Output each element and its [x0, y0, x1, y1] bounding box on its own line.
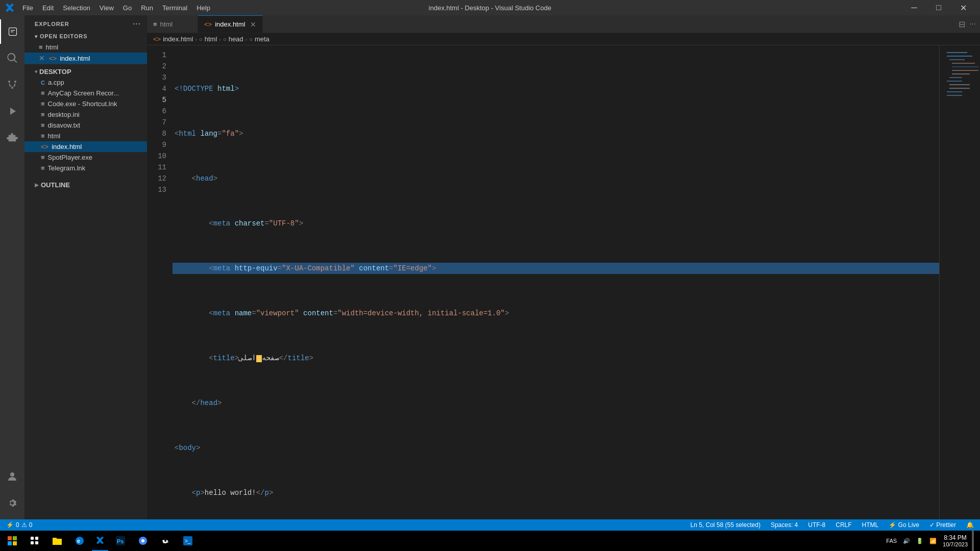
open-editors-header[interactable]: ▾ OPEN EDITORS — [24, 31, 147, 42]
taskbar-edge[interactable]: e — [69, 531, 90, 551]
taskbar-chrome[interactable] — [133, 531, 153, 551]
menu-run[interactable]: Run — [137, 3, 157, 13]
start-button[interactable] — [2, 531, 22, 551]
minimize-button[interactable]: ─ — [902, 0, 926, 15]
line-num-11: 11 — [147, 162, 166, 173]
status-encoding[interactable]: UTF-8 — [806, 521, 827, 529]
disavow-icon: ≡ — [41, 121, 45, 129]
desktop-chevron-icon: ▾ — [35, 69, 37, 74]
file-desktop-ini[interactable]: ≡ desktop.ini — [24, 109, 147, 120]
activity-extensions[interactable] — [0, 126, 24, 150]
activity-source-control[interactable] — [0, 72, 24, 97]
tab-html[interactable]: ≡ html — [147, 15, 198, 33]
activity-explorer[interactable] — [0, 19, 24, 44]
taskbar-terminal[interactable]: >_ — [178, 531, 198, 551]
menu-view[interactable]: View — [95, 3, 118, 13]
code-editor[interactable]: 1 2 3 4 5 6 7 8 9 10 11 12 13 <!DOCTYPE … — [147, 45, 980, 519]
taskbar-vscode[interactable] — [92, 531, 108, 551]
open-editors-section: ▾ OPEN EDITORS ≡ html ✕ <> index.html — [24, 31, 147, 64]
status-errors[interactable]: ⚡ 0 ⚠ 0 — [4, 521, 34, 529]
file-anycap[interactable]: ≡ AnyCap Screen Recor... — [24, 88, 147, 98]
code-content[interactable]: <!DOCTYPE html> <html lang="fa"> <head> … — [173, 45, 939, 519]
file-code-exe[interactable]: ≡ Code.exe - Shortcut.lnk — [24, 98, 147, 109]
svg-rect-8 — [952, 63, 975, 64]
activity-run[interactable] — [0, 99, 24, 123]
explorer-more-button[interactable]: ··· — [133, 19, 141, 29]
open-editor-html[interactable]: ≡ html — [24, 42, 147, 53]
taskbar-photoshop[interactable]: Ps — [110, 531, 131, 551]
activity-settings[interactable] — [0, 491, 24, 515]
tab-html-icon: ≡ — [153, 20, 157, 28]
taskview-button[interactable] — [24, 531, 45, 551]
menu-selection[interactable]: Selection — [59, 3, 94, 13]
title-bar-left: File Edit Selection View Go Run Terminal… — [5, 3, 214, 13]
status-spaces[interactable]: Spaces: 4 — [769, 521, 800, 529]
maximize-button[interactable]: □ — [927, 0, 950, 15]
breadcrumb-sep-2: › — [219, 36, 221, 42]
file-disavow[interactable]: ≡ disavow.txt — [24, 120, 147, 131]
taskbar-right: FAS 🔊 🔋 📶 8:34 PM 10/7/2023 — [884, 531, 978, 551]
menu-help[interactable]: Help — [192, 3, 214, 13]
activity-search[interactable] — [0, 46, 24, 70]
svg-rect-14 — [949, 84, 970, 85]
line-num-10: 10 — [147, 151, 166, 162]
split-editor-button[interactable]: ⊟ — [959, 19, 965, 29]
breadcrumb-file[interactable]: <> index.html — [153, 35, 193, 43]
file-html[interactable]: ≡ html — [24, 131, 147, 141]
breadcrumb-head[interactable]: ○ head — [223, 35, 243, 43]
taskbar-explorer[interactable] — [47, 531, 67, 551]
status-position[interactable]: Ln 5, Col 58 (55 selected) — [688, 521, 762, 529]
menu-edit[interactable]: Edit — [38, 3, 58, 13]
title-bar: File Edit Selection View Go Run Terminal… — [0, 0, 980, 15]
taskbar-network[interactable]: 📶 — [927, 538, 939, 544]
file-spotplayer[interactable]: ≡ SpotPlayer.exe — [24, 152, 147, 163]
svg-rect-13 — [947, 81, 962, 82]
line-num-8: 8 — [147, 128, 166, 139]
more-actions-button[interactable]: ··· — [969, 19, 976, 29]
open-editors-chevron-icon: ▾ — [35, 34, 38, 39]
activity-account[interactable] — [0, 464, 24, 489]
file-telegram[interactable]: ≡ Telegram.lnk — [24, 163, 147, 173]
show-desktop-button[interactable] — [972, 531, 974, 551]
menu-file[interactable]: File — [18, 3, 37, 13]
menu-terminal[interactable]: Terminal — [158, 3, 191, 13]
file-index-html[interactable]: <> index.html — [24, 141, 147, 152]
notifications-button[interactable]: 🔔 — [964, 521, 976, 529]
tab-close-icon[interactable]: ✕ — [250, 20, 256, 29]
tab-index-html[interactable]: <> index.html ✕ — [198, 15, 263, 33]
taskbar-lang[interactable]: FAS — [884, 538, 899, 544]
open-editor-index-html[interactable]: ✕ <> index.html — [24, 53, 147, 64]
status-bar-right: Ln 5, Col 58 (55 selected) Spaces: 4 UTF… — [688, 521, 976, 529]
close-editor-icon[interactable]: ✕ — [39, 54, 45, 62]
tab-actions: ⊟ ··· — [959, 15, 980, 33]
breadcrumb-html[interactable]: ○ html — [199, 35, 217, 43]
taskbar-battery[interactable]: 🔋 — [914, 538, 925, 544]
breadcrumb-meta[interactable]: ○ meta — [249, 35, 270, 43]
telegram-icon: ≡ — [41, 164, 45, 172]
taskbar-volume[interactable]: 🔊 — [901, 538, 912, 544]
go-live-button[interactable]: ⚡ Go Live — [887, 521, 921, 529]
svg-rect-21 — [13, 541, 17, 545]
svg-rect-6 — [947, 56, 972, 57]
code-line-8: </head> — [173, 397, 939, 409]
file-a-cpp[interactable]: C a.cpp — [24, 77, 147, 88]
breadcrumb-html-icon: ○ — [199, 36, 203, 42]
desktop-folder[interactable]: ▾ DESKTOP — [24, 66, 147, 77]
menu-go[interactable]: Go — [119, 3, 136, 13]
svg-rect-11 — [952, 73, 970, 74]
minimap[interactable] — [939, 45, 980, 519]
status-line-ending[interactable]: CRLF — [834, 521, 853, 529]
code-line-1: <!DOCTYPE html> — [173, 83, 939, 94]
status-language[interactable]: HTML — [860, 521, 881, 529]
svg-text:e: e — [77, 538, 80, 544]
close-button[interactable]: ✕ — [951, 0, 975, 15]
taskbar-settings[interactable] — [155, 531, 176, 551]
svg-rect-16 — [947, 91, 962, 92]
outline-folder[interactable]: ▶ OUTLINE — [24, 180, 147, 190]
breadcrumb-head-icon: ○ — [223, 36, 227, 42]
taskbar-datetime[interactable]: 8:34 PM 10/7/2023 — [941, 534, 970, 547]
prettier-button[interactable]: ✓ Prettier — [927, 521, 958, 529]
line-num-9: 9 — [147, 139, 166, 151]
outline-chevron-icon: ▶ — [35, 182, 39, 188]
warning-icon: ⚠ — [21, 521, 27, 529]
